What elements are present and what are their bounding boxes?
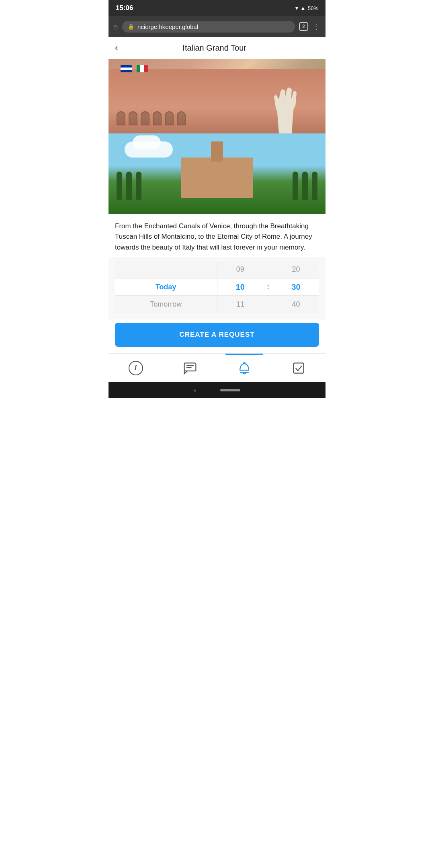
page-title: Italian Grand Tour	[122, 43, 319, 53]
android-back-button[interactable]: ‹	[194, 387, 196, 394]
tab-badge[interactable]: 2	[299, 22, 308, 31]
hour-11[interactable]: 11	[217, 296, 264, 313]
android-home-button[interactable]	[220, 389, 240, 391]
date-tomorrow-label: Tomorrow	[150, 300, 182, 309]
create-request-button[interactable]: CREATE A REQUEST	[115, 323, 319, 347]
check-icon	[291, 361, 306, 375]
venice-image	[108, 59, 326, 133]
tour-description: From the Enchanted Canals of Venice, thr…	[108, 214, 326, 257]
colon-bot	[263, 296, 273, 313]
wifi-icon: ▾	[295, 5, 298, 11]
bottom-nav: i	[108, 353, 326, 382]
page-header: ‹ Italian Grand Tour	[108, 37, 326, 59]
minute-30[interactable]: 30	[273, 278, 319, 296]
tuscany-castle	[181, 158, 253, 198]
home-icon[interactable]: ⌂	[113, 22, 118, 31]
date-item-today[interactable]: Today	[115, 278, 217, 296]
back-button[interactable]: ‹	[115, 43, 122, 53]
info-icon: i	[129, 361, 143, 375]
cypress-trees-right	[293, 172, 317, 200]
date-item-tomorrow[interactable]: Tomorrow	[115, 296, 217, 313]
nav-item-info[interactable]: i	[108, 354, 163, 382]
chat-icon	[183, 361, 197, 375]
status-icons: ▾ ▲ 50%	[295, 5, 318, 11]
hour-10[interactable]: 10	[217, 278, 264, 296]
colon-column: :	[263, 261, 273, 313]
svg-rect-6	[293, 363, 303, 373]
venice-arches	[117, 111, 186, 125]
date-item-empty[interactable]	[115, 261, 217, 278]
clouds	[125, 141, 173, 158]
time-picker-section[interactable]: Today Tomorrow 09 10 11	[108, 257, 326, 319]
browser-menu-icon[interactable]: ⋮	[312, 22, 321, 31]
colon-mid: :	[263, 278, 273, 296]
tuscany-image	[108, 133, 326, 214]
time-columns[interactable]: 09 10 11 : 20	[217, 261, 319, 313]
nav-item-chat[interactable]	[163, 354, 217, 382]
date-today-label: Today	[156, 283, 176, 291]
status-bar: 15:06 ▾ ▲ 50%	[108, 0, 326, 16]
cypress-trees-left	[117, 172, 141, 200]
url-text: ncierge.hkeeper.global	[137, 23, 289, 30]
hour-column[interactable]: 09 10 11	[217, 261, 264, 313]
nav-item-tasks[interactable]	[271, 354, 326, 382]
svg-rect-4	[243, 362, 246, 364]
signal-icon: ▲	[300, 5, 306, 11]
minute-40[interactable]: 40	[273, 296, 319, 313]
nav-item-concierge[interactable]	[217, 354, 271, 382]
browser-bar: ⌂ 🔒 ncierge.hkeeper.global 2 ⋮	[108, 16, 326, 37]
time-picker[interactable]: Today Tomorrow 09 10 11	[115, 261, 319, 313]
android-nav-bar: ‹	[108, 382, 326, 398]
minute-20[interactable]: 20	[273, 261, 319, 278]
colon-top	[263, 261, 273, 278]
minute-column[interactable]: 20 30 40	[273, 261, 319, 313]
hero-images	[108, 59, 326, 214]
eu-flag	[121, 65, 132, 72]
status-time: 15:06	[116, 4, 133, 12]
battery-icon: 50%	[308, 5, 318, 11]
castle-tower	[211, 141, 223, 162]
hour-09[interactable]: 09	[217, 261, 264, 278]
lock-icon: 🔒	[128, 24, 134, 30]
date-column[interactable]: Today Tomorrow	[115, 261, 217, 313]
italy-flag	[137, 65, 148, 72]
url-bar[interactable]: 🔒 ncierge.hkeeper.global	[122, 21, 295, 33]
concierge-bell-icon	[237, 361, 252, 375]
